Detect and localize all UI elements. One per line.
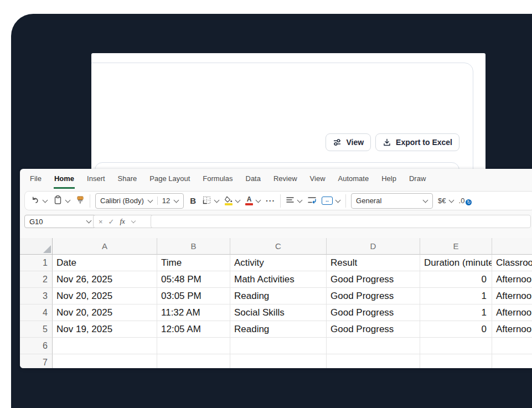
cell-D6[interactable] <box>327 338 420 354</box>
menu-help[interactable]: Help <box>381 170 397 189</box>
cell-A4[interactable]: Nov 20, 2025 <box>53 304 157 321</box>
undo-button[interactable] <box>30 195 48 206</box>
bold-button[interactable]: B <box>189 196 197 205</box>
menu-data[interactable]: Data <box>245 170 261 189</box>
cell-A2[interactable]: Nov 26, 2025 <box>53 271 157 288</box>
name-box[interactable]: G10 <box>24 215 96 228</box>
cell-C1[interactable]: Activity <box>230 255 327 271</box>
cell-A3[interactable]: Nov 20, 2025 <box>53 288 157 304</box>
wrap-text-button[interactable] <box>307 196 317 206</box>
cell-E6[interactable] <box>420 338 492 354</box>
cell-D3[interactable]: Good Progress <box>327 288 420 304</box>
cell-C7[interactable] <box>230 354 327 368</box>
cell-E1[interactable]: Duration (minutes) <box>420 255 492 271</box>
formula-input[interactable] <box>151 215 531 228</box>
number-format-select[interactable]: General <box>351 193 433 209</box>
column-header-C[interactable]: C <box>230 238 327 255</box>
row-header-4[interactable]: 4 <box>20 304 53 321</box>
more-options-button[interactable]: ··· <box>266 197 275 205</box>
align-button[interactable] <box>286 196 302 205</box>
cell-E4[interactable]: 1 <box>420 304 492 321</box>
fill-color-button[interactable] <box>224 196 240 205</box>
column-header-E[interactable]: E <box>420 238 492 255</box>
row-header-6[interactable]: 6 <box>20 338 53 354</box>
cell-B5[interactable]: 12:05 AM <box>157 321 230 338</box>
cell-A1[interactable]: Date <box>53 255 157 271</box>
cell-B1[interactable]: Time <box>157 255 230 271</box>
cell-E3[interactable]: 1 <box>420 288 492 304</box>
font-color-button[interactable]: A <box>245 197 261 205</box>
cell-E5[interactable]: 0 <box>420 321 492 338</box>
enter-icon[interactable]: ✓ <box>109 218 115 226</box>
menu-draw[interactable]: Draw <box>409 170 426 189</box>
menu-automate[interactable]: Automate <box>338 170 370 189</box>
paste-button[interactable] <box>53 195 70 206</box>
undo-chevron-icon <box>43 197 48 203</box>
menu-insert[interactable]: Insert <box>86 170 106 189</box>
cell-A7[interactable] <box>53 354 157 368</box>
menu-formulas[interactable]: Formulas <box>202 170 233 189</box>
cell-A6[interactable] <box>53 338 157 354</box>
excel-window: FileHomeInsertSharePage LayoutFormulasDa… <box>20 169 532 368</box>
font-name-value: Calibri (Body) <box>100 197 144 205</box>
cell-C4[interactable]: Social Skills <box>230 304 327 321</box>
font-name-select[interactable]: Calibri (Body) <box>96 197 157 205</box>
cell-B2[interactable]: 05:48 PM <box>157 271 230 288</box>
currency-icon: $€ <box>438 197 446 205</box>
cell-F7[interactable] <box>492 354 532 368</box>
cell-F6[interactable] <box>492 338 532 354</box>
cancel-icon[interactable]: × <box>99 218 103 226</box>
currency-format-button[interactable]: $€ <box>438 197 453 205</box>
ribbon-divider <box>345 194 346 208</box>
font-size-chevron-icon <box>174 197 179 203</box>
cell-B7[interactable] <box>157 354 230 368</box>
fx-chevron-icon <box>131 218 136 223</box>
cell-B6[interactable] <box>157 338 230 354</box>
menu-share[interactable]: Share <box>117 170 138 189</box>
cell-B4[interactable]: 11:32 AM <box>157 304 230 321</box>
menu-home[interactable]: Home <box>54 170 75 189</box>
borders-button[interactable] <box>202 195 219 206</box>
cell-D7[interactable] <box>327 354 420 368</box>
cell-C2[interactable]: Math Activities <box>230 271 327 288</box>
cell-D4[interactable]: Good Progress <box>327 304 420 321</box>
cell-F1[interactable]: Classroom <box>492 255 532 271</box>
format-painter-button[interactable] <box>75 195 85 206</box>
font-size-select[interactable]: 12 <box>157 197 183 205</box>
menu-review[interactable]: Review <box>273 170 298 189</box>
select-all-button[interactable] <box>20 238 53 255</box>
view-button[interactable]: View <box>326 133 371 151</box>
menu-page-layout[interactable]: Page Layout <box>149 170 190 189</box>
cell-A5[interactable]: Nov 19, 2025 <box>53 321 157 338</box>
cell-C6[interactable] <box>230 338 327 354</box>
merge-cells-button[interactable]: ↔ <box>322 197 340 205</box>
cell-D5[interactable]: Good Progress <box>327 321 420 338</box>
cell-F3[interactable]: Afternoon <box>492 288 532 304</box>
export-to-excel-button[interactable]: Export to Excel <box>375 133 459 151</box>
cell-E2[interactable]: 0 <box>420 271 492 288</box>
column-header-B[interactable]: B <box>157 238 230 255</box>
row-header-3[interactable]: 3 <box>20 288 53 304</box>
row-header-1[interactable]: 1 <box>20 255 53 271</box>
menu-file[interactable]: File <box>29 170 42 189</box>
menu-view[interactable]: View <box>309 170 326 189</box>
column-header-F[interactable]: F <box>492 238 532 255</box>
column-header-A[interactable]: A <box>53 238 157 255</box>
column-header-D[interactable]: D <box>327 238 420 255</box>
row-header-2[interactable]: 2 <box>20 271 53 288</box>
decimal-button[interactable]: .0 ↻ <box>459 196 472 205</box>
row-header-5[interactable]: 5 <box>20 321 53 338</box>
cell-D1[interactable]: Result <box>327 255 420 271</box>
name-box-value: G10 <box>29 218 43 226</box>
spreadsheet-grid: ABCDEF1DateTimeActivityResultDuration (m… <box>20 238 532 368</box>
cell-C3[interactable]: Reading <box>230 288 327 304</box>
fx-icon[interactable]: fx <box>120 217 125 226</box>
cell-B3[interactable]: 03:05 PM <box>157 288 230 304</box>
cell-F4[interactable]: Afternoon <box>492 304 532 321</box>
row-header-7[interactable]: 7 <box>20 354 53 368</box>
cell-D2[interactable]: Good Progress <box>327 271 420 288</box>
cell-F5[interactable]: Afternoon <box>492 321 532 338</box>
cell-F2[interactable]: Afternoon <box>492 271 532 288</box>
cell-E7[interactable] <box>420 354 492 368</box>
cell-C5[interactable]: Reading <box>230 321 327 338</box>
